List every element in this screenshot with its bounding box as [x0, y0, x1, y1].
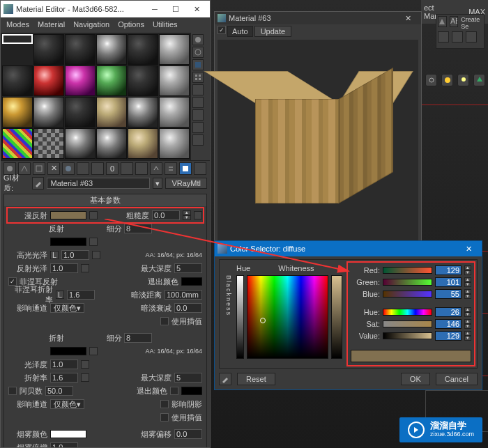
roughness-spinner[interactable]: 0.0 — [152, 210, 180, 220]
fog-bias-spinner[interactable]: 0.0 — [174, 429, 202, 439]
fresnel-ior-spinner[interactable]: 1.6 — [67, 290, 95, 300]
sample-slot[interactable] — [33, 65, 64, 96]
menu-modes[interactable]: Modes — [6, 20, 29, 30]
refract-exit-checkbox[interactable] — [170, 387, 178, 395]
spin-down-icon[interactable]: ▾ — [464, 270, 471, 275]
use-interp2-checkbox[interactable] — [160, 413, 169, 422]
reflect-map-button[interactable] — [89, 238, 98, 246]
use-interp-checkbox[interactable] — [160, 317, 169, 325]
eyedropper-button[interactable] — [219, 373, 231, 385]
reset-map-icon[interactable]: ✕ — [47, 162, 60, 175]
reset-button[interactable]: Reset — [237, 373, 275, 385]
host-tool-2[interactable]: ABC — [450, 16, 459, 27]
maximize-button[interactable]: ☐ — [165, 2, 186, 16]
assign-to-sel-icon[interactable] — [33, 162, 45, 175]
host-tool-4[interactable] — [452, 31, 463, 43]
dim-falloff-spinner[interactable]: 0.0 — [174, 303, 202, 313]
value-value[interactable]: 129 — [435, 331, 462, 341]
sample-slot[interactable] — [159, 65, 190, 96]
sat-slider[interactable] — [383, 320, 432, 327]
refract-exit-swatch[interactable] — [181, 387, 202, 395]
blackness-slider[interactable] — [236, 275, 245, 359]
put-to-lib-icon[interactable] — [91, 162, 104, 175]
reflect-swatch[interactable] — [50, 238, 86, 246]
max-depth-spinner[interactable]: 5 — [174, 263, 202, 273]
hilight-map-button[interactable] — [92, 251, 100, 259]
make-unique-icon[interactable] — [77, 162, 89, 175]
material-type-button[interactable]: VRayMtl — [165, 178, 207, 189]
affect-select[interactable]: 仅颜色 ▾ — [50, 303, 84, 313]
mtl-map-nav-icon[interactable] — [192, 134, 204, 146]
host-tool-5[interactable] — [466, 31, 477, 43]
go-parent-icon[interactable] — [150, 162, 162, 175]
show-shaded-icon[interactable] — [121, 162, 133, 175]
sample-type-icon[interactable] — [192, 34, 204, 45]
show-end-icon[interactable] — [135, 162, 148, 175]
refract-subdivs-spinner[interactable]: 8 — [124, 333, 152, 343]
color-selector-close-button[interactable]: ✕ — [458, 242, 479, 256]
minimize-button[interactable]: ─ — [144, 2, 165, 16]
background-icon[interactable] — [192, 59, 204, 70]
refract-maxdepth-spinner[interactable]: 5 — [174, 373, 202, 383]
sample-slot[interactable] — [128, 128, 158, 159]
fog-color-swatch[interactable] — [50, 430, 86, 438]
light-icon[interactable] — [441, 74, 453, 86]
sample-slot[interactable] — [65, 128, 96, 159]
update-button[interactable]: Update — [254, 26, 291, 37]
hilight-lock-icon[interactable]: L — [50, 251, 59, 259]
material-name-input[interactable] — [47, 178, 150, 189]
affect-shadows-checkbox[interactable] — [160, 400, 169, 408]
show-map-icon[interactable] — [179, 162, 192, 175]
hilight-spinner[interactable]: 1.0 — [61, 250, 89, 260]
preview-icon[interactable] — [192, 97, 204, 108]
create-btn[interactable]: Create Se — [461, 16, 482, 30]
menu-options[interactable]: Options — [118, 20, 144, 30]
sample-slot[interactable] — [159, 97, 190, 128]
roughness-map-button[interactable] — [194, 211, 202, 219]
green-slider[interactable] — [383, 279, 432, 286]
fog-mult-spinner[interactable]: 1.0 — [50, 442, 78, 447]
sample-slot[interactable] — [159, 34, 190, 65]
hsv-picker[interactable] — [247, 275, 328, 359]
cancel-button[interactable]: Cancel — [436, 373, 478, 385]
sample-slot[interactable] — [2, 65, 33, 96]
exit-color-swatch[interactable] — [181, 277, 202, 286]
sample-slot[interactable] — [159, 128, 190, 159]
green-value[interactable]: 101 — [435, 277, 462, 287]
refl-gloss-map-button[interactable] — [81, 264, 89, 272]
sun-icon[interactable] — [425, 74, 437, 86]
hue-value[interactable]: 26 — [435, 307, 462, 317]
host-tool-3[interactable] — [438, 31, 449, 43]
sample-slot[interactable] — [128, 65, 158, 96]
uv-tile-icon[interactable] — [192, 72, 204, 83]
sample-slot[interactable] — [33, 34, 64, 65]
abbe-checkbox[interactable] — [8, 387, 17, 395]
sample-slot[interactable] — [2, 34, 33, 44]
blue-slider[interactable] — [383, 291, 432, 298]
bulb-icon[interactable] — [457, 74, 469, 86]
preview-close-button[interactable]: ✕ — [397, 11, 418, 25]
select-by-mtl-icon[interactable] — [192, 122, 204, 133]
glossiness-map-button[interactable] — [81, 360, 89, 369]
diffuse-map-button[interactable] — [89, 211, 98, 219]
blue-value[interactable]: 55 — [435, 289, 462, 299]
sample-slot[interactable] — [96, 97, 127, 128]
sample-slot[interactable] — [128, 97, 158, 128]
sample-slot[interactable] — [96, 128, 127, 159]
sample-slot[interactable] — [2, 128, 33, 159]
ok-button[interactable]: OK — [401, 373, 430, 385]
menu-material[interactable]: Material — [38, 20, 65, 30]
sample-slot[interactable] — [33, 97, 64, 128]
name-dropdown-icon[interactable]: ▾ — [153, 178, 162, 189]
tree-icon[interactable] — [473, 74, 485, 86]
sample-slot[interactable] — [128, 34, 158, 65]
abbe-spinner[interactable]: 50.0 — [45, 386, 73, 396]
refract-affect-select[interactable]: 仅颜色 ▾ — [50, 399, 84, 409]
auto-checkbox[interactable] — [218, 26, 226, 34]
sample-slot[interactable] — [65, 34, 96, 65]
host-tool-1[interactable] — [438, 16, 447, 27]
sample-slot[interactable] — [96, 34, 127, 65]
value-slider[interactable] — [331, 275, 342, 359]
refl-gloss-spinner[interactable]: 1.0 — [50, 263, 78, 273]
backlight-icon[interactable] — [192, 47, 204, 58]
